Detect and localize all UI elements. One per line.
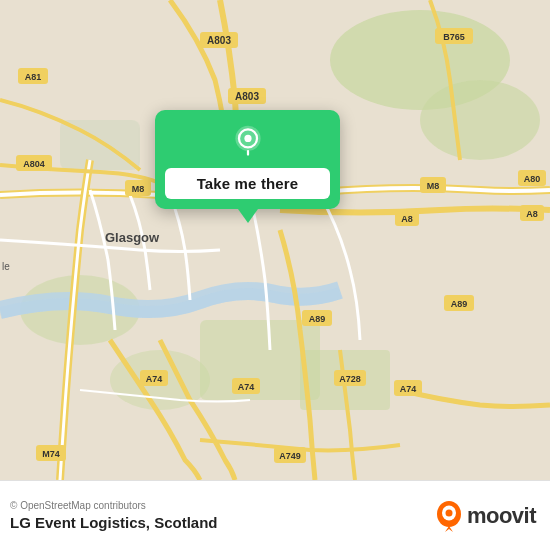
svg-text:A89: A89 [451,299,468,309]
location-pin-icon [230,124,266,160]
take-me-there-button[interactable]: Take me there [165,168,330,199]
osm-credit: © OpenStreetMap contributors [10,500,218,511]
bottom-bar: © OpenStreetMap contributors LG Event Lo… [0,480,550,550]
svg-text:A89: A89 [309,314,326,324]
svg-text:M8: M8 [132,184,145,194]
svg-text:A8: A8 [526,209,538,219]
location-name: LG Event Logistics, Scotland [10,514,218,531]
svg-text:A74: A74 [238,382,255,392]
svg-point-51 [445,509,452,516]
map-container: A803 A803 B765 A81 A804 M8 M8 A80 A8 A8 … [0,0,550,480]
svg-text:A74: A74 [400,384,417,394]
svg-text:B765: B765 [443,32,465,42]
svg-text:A81: A81 [25,72,42,82]
bottom-left-info: © OpenStreetMap contributors LG Event Lo… [10,500,218,531]
svg-point-2 [420,80,540,160]
svg-text:A804: A804 [23,159,45,169]
map-popup: Take me there [155,110,340,209]
moovit-logo: moovit [431,498,536,534]
svg-text:M74: M74 [42,449,60,459]
svg-text:A728: A728 [339,374,361,384]
svg-text:A803: A803 [207,35,231,46]
moovit-label: moovit [467,503,536,529]
svg-text:A8: A8 [401,214,413,224]
svg-text:M8: M8 [427,181,440,191]
svg-text:Glasgow: Glasgow [105,230,160,245]
svg-text:A749: A749 [279,451,301,461]
svg-text:A80: A80 [524,174,541,184]
svg-text:A803: A803 [235,91,259,102]
moovit-icon [431,498,467,534]
svg-text:A74: A74 [146,374,163,384]
svg-point-48 [244,135,251,142]
svg-text:le: le [2,261,10,272]
